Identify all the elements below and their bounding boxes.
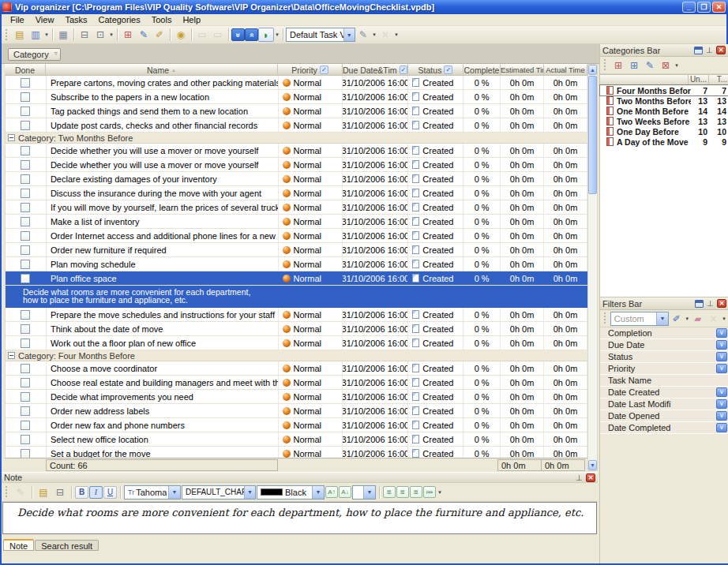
current-view-icon[interactable] — [258, 28, 274, 42]
task-row[interactable]: Subscribe to the papers in a new locatio… — [6, 90, 587, 104]
menu-tasks[interactable]: Tasks — [59, 15, 92, 24]
category-group-row[interactable]: Category: Two Months Before — [6, 133, 587, 144]
apply-filter-dropdown-icon[interactable] — [684, 316, 690, 322]
close-button[interactable]: ✕ — [712, 2, 726, 13]
task-row[interactable]: Prepare cartons, moving crates and other… — [6, 76, 587, 90]
task-row[interactable]: Decide what improvements you needNormal3… — [6, 390, 587, 404]
filter-row[interactable]: Task Name — [600, 375, 728, 387]
combo-arrow-icon[interactable] — [656, 312, 668, 325]
clone-task-icon[interactable] — [152, 28, 167, 42]
task-checkbox[interactable] — [21, 378, 30, 387]
task-checkbox[interactable] — [21, 107, 30, 116]
menu-view[interactable]: View — [30, 15, 60, 24]
toolbar-overflow-icon[interactable] — [393, 32, 400, 38]
task-checkbox[interactable] — [21, 435, 30, 444]
task-row[interactable]: Order new furniture if requiredNormal31/… — [6, 243, 587, 257]
note-text-area[interactable]: Decide what rooms are more convenient fo… — [2, 502, 597, 534]
apply-filter-icon[interactable] — [669, 312, 685, 326]
toolbar-grip[interactable] — [604, 59, 608, 71]
collapse-group-icon[interactable] — [8, 134, 15, 141]
task-checkbox[interactable] — [21, 121, 30, 130]
task-checkbox[interactable] — [21, 421, 30, 430]
panel-close-icon[interactable] — [717, 299, 726, 308]
filter-expand-icon[interactable] — [716, 399, 727, 409]
underline-button[interactable]: U — [103, 486, 117, 499]
note-toolbar-overflow-icon[interactable] — [437, 489, 443, 496]
task-row[interactable]: Order new address labelsNormal31/10/2006… — [6, 404, 587, 418]
combo-arrow-icon[interactable] — [343, 28, 355, 41]
task-checkbox[interactable] — [21, 203, 30, 212]
task-checkbox[interactable] — [21, 174, 30, 184]
column-header-estimated[interactable]: Estimated Time — [501, 64, 544, 76]
filter-expand-icon[interactable] — [716, 411, 727, 421]
apply-view-icon[interactable] — [355, 28, 371, 42]
task-checkbox[interactable] — [21, 406, 30, 416]
edit-category-icon[interactable] — [642, 58, 658, 73]
task-row[interactable]: Think about the date of moveNormal31/10/… — [6, 322, 587, 336]
scroll-down-icon[interactable] — [588, 460, 597, 470]
task-row[interactable]: Decide whether you will use a mover or m… — [6, 158, 587, 172]
task-checkbox[interactable] — [21, 274, 30, 283]
categories-toolbar-overflow-icon[interactable] — [674, 62, 680, 69]
task-row[interactable]: Order Internet access and additional pho… — [6, 229, 587, 243]
categories-name-header[interactable] — [600, 75, 688, 84]
task-checkbox[interactable] — [21, 92, 30, 102]
due-filter-icon[interactable] — [400, 65, 407, 74]
scroll-up-icon[interactable] — [588, 65, 597, 75]
categories-total-header[interactable]: T... — [708, 75, 728, 84]
task-row[interactable]: Update post cards, checks and other fina… — [6, 118, 587, 133]
new-note-icon[interactable] — [36, 485, 51, 500]
new-record-dropdown-icon[interactable] — [43, 32, 50, 38]
tab-search-result[interactable]: Search result — [35, 540, 99, 551]
task-row[interactable]: Choose a move coordinatorNormal31/10/200… — [6, 361, 587, 376]
collapse-all-icon[interactable] — [245, 28, 258, 41]
delete-category-icon[interactable] — [658, 58, 674, 73]
pin-icon[interactable] — [705, 46, 714, 54]
column-header-priority[interactable]: Priority — [278, 64, 343, 76]
minimize-button[interactable]: _ — [682, 2, 696, 13]
task-checkbox[interactable] — [21, 260, 30, 269]
bullet-list-icon[interactable] — [423, 486, 436, 498]
pin-icon[interactable] — [575, 473, 584, 482]
decrease-font-icon[interactable]: A↓ — [339, 486, 351, 498]
bold-button[interactable]: B — [75, 486, 88, 499]
print-note-icon[interactable] — [52, 485, 68, 500]
categories-bar-header[interactable]: Categories Bar — [600, 44, 728, 57]
print-icon[interactable] — [77, 28, 92, 42]
task-row[interactable]: Select new office locationNormal31/10/20… — [6, 432, 587, 447]
filter-row[interactable]: Status — [600, 351, 728, 363]
font-size-combo[interactable] — [352, 485, 376, 500]
task-checkbox[interactable] — [21, 146, 30, 155]
category-item[interactable]: One Day Before1010 — [600, 126, 728, 137]
column-header-actual[interactable]: Actual Time — [544, 64, 587, 76]
increase-font-icon[interactable]: A↑ — [325, 486, 338, 498]
category-item[interactable]: Two Weeks Before1313 — [600, 116, 728, 126]
open-database-icon[interactable] — [12, 28, 28, 42]
task-checkbox[interactable] — [21, 245, 30, 255]
edit-task-icon[interactable] — [136, 28, 152, 42]
next-icon[interactable] — [210, 28, 226, 42]
task-row[interactable]: If you will move by yourself, learn the … — [6, 200, 587, 215]
collapse-group-icon[interactable] — [8, 352, 15, 359]
task-checkbox[interactable] — [21, 231, 30, 241]
scrollbar-thumb[interactable] — [588, 76, 597, 194]
priority-filter-icon[interactable] — [320, 65, 328, 74]
pin-icon[interactable] — [706, 299, 715, 308]
dock-icon[interactable] — [695, 300, 704, 308]
menu-tools[interactable]: Tools — [146, 15, 178, 24]
menu-file[interactable]: File — [5, 15, 30, 24]
char-style-combo[interactable]: DEFAULT_CHAR — [182, 485, 256, 500]
panel-close-icon[interactable] — [716, 46, 726, 54]
align-center-icon[interactable] — [396, 486, 409, 498]
filter-preset-combo[interactable]: Custom — [610, 312, 669, 326]
current-view-dropdown-icon[interactable] — [274, 32, 280, 38]
delete-view-icon[interactable] — [377, 28, 393, 42]
filter-row[interactable]: Date Created — [600, 387, 728, 398]
task-checkbox[interactable] — [21, 339, 30, 348]
filter-expand-icon[interactable] — [716, 352, 727, 361]
task-checkbox[interactable] — [21, 310, 30, 320]
category-group-row[interactable]: Category: Four Months Before — [6, 350, 587, 361]
dock-icon[interactable] — [694, 47, 703, 54]
new-task-icon[interactable] — [120, 28, 136, 42]
column-header-name[interactable]: Name — [46, 64, 278, 76]
